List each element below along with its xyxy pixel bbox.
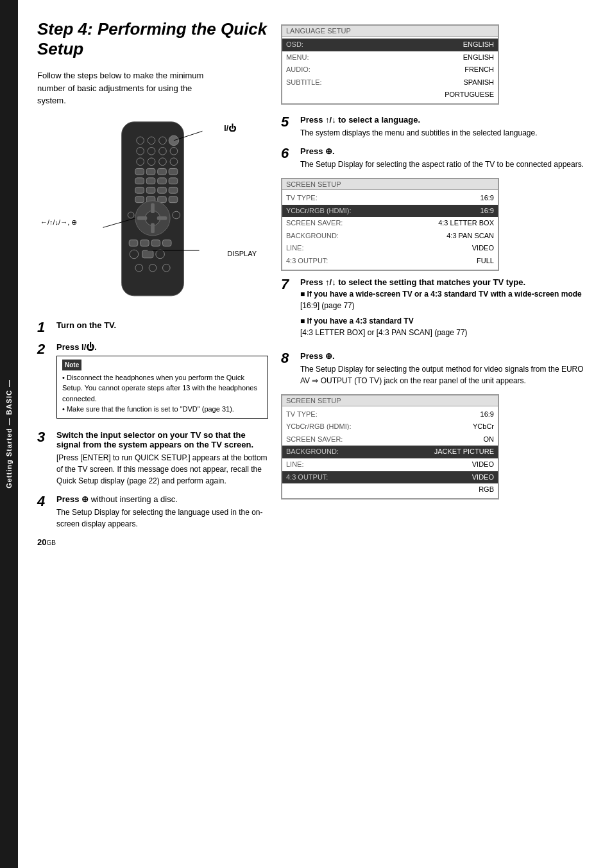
screen2-row-screensaver: SCREEN SAVER: ON xyxy=(282,433,498,446)
step-4: 4 Press ⊕ without inserting a disc. The … xyxy=(37,494,268,530)
power-label: I/⏻ xyxy=(224,124,236,133)
screen1-row-background: BACKGROUND: 4:3 PAN SCAN xyxy=(282,230,498,243)
step-4-body: The Setup Display for selecting the lang… xyxy=(56,507,268,530)
setup-row-portuguese: PORTUGUESE xyxy=(282,89,498,101)
step-7-sub-1-body: [16:9] (page 77) xyxy=(300,300,593,311)
screen2-row-ycbcr: YCbCr/RGB (HDMI): YCbCr xyxy=(282,421,498,433)
language-setup-header: LANGUAGE SETUP xyxy=(282,26,498,37)
svg-rect-40 xyxy=(162,240,171,247)
display-label: DISPLAY xyxy=(227,250,257,257)
main-content: Step 4: Performing the Quick Setup Follo… xyxy=(18,0,612,868)
screen2-row-tvtype: TV TYPE: 16:9 xyxy=(282,408,498,421)
screen-setup-box-1: SCREEN SETUP TV TYPE: 16:9 YCbCr/RGB (HD… xyxy=(281,178,499,271)
sidebar-label: Getting Started — BASIC — xyxy=(5,379,13,489)
remote-svg xyxy=(82,119,223,311)
screen1-row-screensaver: SCREEN SAVER: 4:3 LETTER BOX xyxy=(282,217,498,230)
screen-setup-content-2: TV TYPE: 16:9 YCbCr/RGB (HDMI): YCbCr SC… xyxy=(282,406,498,498)
step-7-sub-2: ■ If you have a 4:3 standard TV [4:3 LET… xyxy=(300,317,593,338)
step-1-num: 1 xyxy=(37,320,50,334)
step-2-num: 2 xyxy=(37,342,50,422)
screen-setup-content-1: TV TYPE: 16:9 YCbCr/RGB (HDMI): 16:9 SCR… xyxy=(282,190,498,270)
page-title: Step 4: Performing the Quick Setup xyxy=(37,19,268,59)
note-item-1: Disconnect the headphones when you perfo… xyxy=(62,372,262,404)
svg-rect-14 xyxy=(146,168,155,175)
step-2-title: Press I/⏻. xyxy=(56,342,268,352)
step-6: 6 Press ⊕. The Setup Display for selecti… xyxy=(281,146,593,170)
step-8-num: 8 xyxy=(281,351,294,386)
screen1-row-line: LINE: VIDEO xyxy=(282,242,498,255)
step-4-title: Press ⊕ without inserting a disc. xyxy=(56,494,268,504)
screen2-row-rgb: RGB xyxy=(282,483,498,496)
step-5-body: The system displays the menu and subtitl… xyxy=(300,127,593,139)
svg-rect-33 xyxy=(151,223,155,232)
step-4-content: Press ⊕ without inserting a disc. The Se… xyxy=(56,494,268,530)
step-5-content: Press ↑/↓ to select a language. The syst… xyxy=(300,115,593,139)
step-8-content: Press ⊕. The Setup Display for selecting… xyxy=(300,351,593,386)
language-setup-box: LANGUAGE SETUP OSD: ENGLISH MENU: ENGLIS… xyxy=(281,24,499,105)
screen2-row-background: BACKGROUND: JACKET PICTURE xyxy=(282,446,498,458)
step-7: 7 Press ↑/↓ to select the setting that m… xyxy=(281,277,593,343)
svg-rect-32 xyxy=(151,203,155,213)
svg-rect-21 xyxy=(135,187,144,193)
step-1-content: Turn on the TV. xyxy=(56,320,268,334)
remote-diagram: I/⏻ ←/↑/↓/→, ⊕ DISPLAY xyxy=(82,119,223,314)
svg-rect-39 xyxy=(151,240,160,247)
step-7-sub-2-heading: ■ If you have a 4:3 standard TV xyxy=(300,317,593,326)
svg-rect-19 xyxy=(158,178,167,184)
step-8-body: The Setup Display for selecting the outp… xyxy=(300,363,593,386)
setup-row-osd: OSD: ENGLISH xyxy=(282,39,498,51)
step-6-num: 6 xyxy=(281,146,294,170)
step-7-sub-2-body: [4:3 LETTER BOX] or [4:3 PAN SCAN] (page… xyxy=(300,327,593,338)
svg-rect-28 xyxy=(169,196,178,203)
note-box: Note Disconnect the headphones when you … xyxy=(56,356,268,419)
svg-rect-13 xyxy=(135,168,144,175)
svg-rect-20 xyxy=(169,178,178,184)
step-8-title: Press ⊕. xyxy=(300,351,593,361)
svg-rect-17 xyxy=(135,178,144,184)
svg-rect-35 xyxy=(157,216,167,220)
step-1: 1 Turn on the TV. xyxy=(37,320,268,334)
svg-rect-25 xyxy=(135,196,144,203)
svg-rect-18 xyxy=(146,178,155,184)
svg-point-4 xyxy=(169,135,178,145)
step-5-num: 5 xyxy=(281,115,294,139)
arrows-label: ←/↑/↓/→, ⊕ xyxy=(40,218,77,227)
svg-rect-42 xyxy=(142,250,153,258)
step-7-sub-1-heading: ■ If you have a wide-screen TV or a 4:3 … xyxy=(300,290,593,299)
note-label: Note xyxy=(62,360,81,370)
svg-rect-37 xyxy=(129,240,138,247)
right-column: LANGUAGE SETUP OSD: ENGLISH MENU: ENGLIS… xyxy=(281,19,593,855)
step-2: 2 Press I/⏻. Note Disconnect the headpho… xyxy=(37,342,268,422)
step-3-title: Switch the input selector on your TV so … xyxy=(56,430,268,449)
screen2-row-43output: 4:3 OUTPUT: VIDEO xyxy=(282,471,498,484)
step-5-title: Press ↑/↓ to select a language. xyxy=(300,115,593,125)
note-item-2: Make sure that the function is set to "D… xyxy=(62,404,262,415)
step-3: 3 Switch the input selector on your TV s… xyxy=(37,430,268,487)
svg-rect-22 xyxy=(146,187,155,193)
step-6-title: Press ⊕. xyxy=(300,146,593,156)
page-number: 20GB xyxy=(37,537,268,547)
left-column: Step 4: Performing the Quick Setup Follo… xyxy=(37,19,268,855)
language-setup-content: OSD: ENGLISH MENU: ENGLISH AUDIO: FRENCH… xyxy=(282,37,498,103)
setup-row-subtitle: SUBTITLE: SPANISH xyxy=(282,76,498,89)
screen1-row-ycbcr: YCbCr/RGB (HDMI): 16:9 xyxy=(282,205,498,218)
step-5: 5 Press ↑/↓ to select a language. The sy… xyxy=(281,115,593,139)
svg-rect-16 xyxy=(169,168,178,175)
step-7-content: Press ↑/↓ to select the setting that mat… xyxy=(300,277,593,343)
svg-rect-38 xyxy=(140,240,149,247)
svg-rect-34 xyxy=(137,216,147,220)
note-items: Disconnect the headphones when you perfo… xyxy=(62,372,262,415)
screen1-row-tvtype: TV TYPE: 16:9 xyxy=(282,192,498,205)
step-3-body: [Press [ENTER] to run QUICK SETUP.] appe… xyxy=(56,452,268,487)
step-6-content: Press ⊕. The Setup Display for selecting… xyxy=(300,146,593,170)
intro-text: Follow the steps below to make the minim… xyxy=(37,69,217,107)
svg-rect-24 xyxy=(169,187,178,193)
screen1-row-43output: 4:3 OUTPUT: FULL xyxy=(282,255,498,268)
screen-setup-box-2: SCREEN SETUP TV TYPE: 16:9 YCbCr/RGB (HD… xyxy=(281,394,499,499)
svg-rect-15 xyxy=(158,168,167,175)
setup-row-audio: AUDIO: FRENCH xyxy=(282,64,498,76)
columns-layout: Step 4: Performing the Quick Setup Follo… xyxy=(37,19,593,855)
setup-row-menu: MENU: ENGLISH xyxy=(282,51,498,64)
screen-setup-header-1: SCREEN SETUP xyxy=(282,179,498,190)
step-7-sub-1: ■ If you have a wide-screen TV or a 4:3 … xyxy=(300,290,593,311)
